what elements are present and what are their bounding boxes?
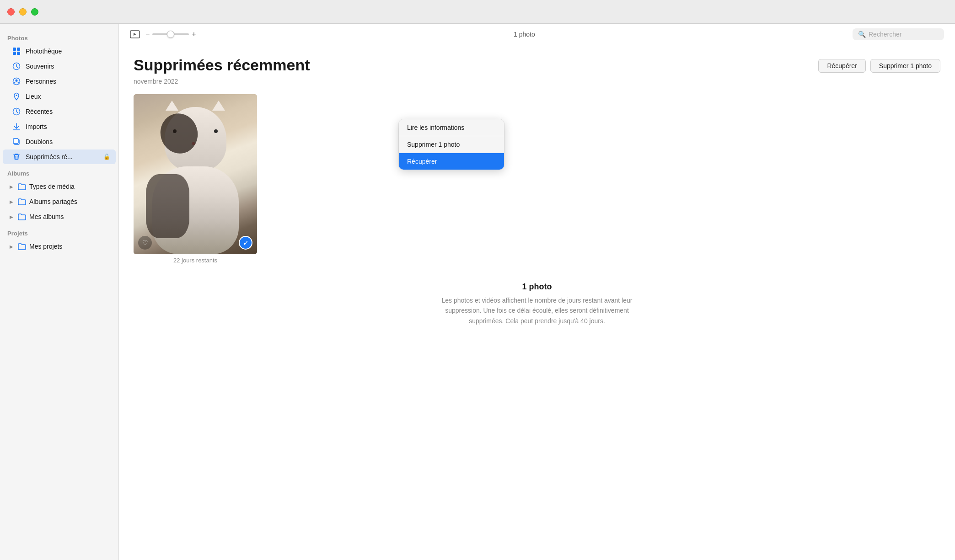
folder-icon-albums [17, 212, 27, 221]
sidebar-item-recentes[interactable]: Récentes [3, 104, 116, 119]
sidebar-group-albums-partages-label: Albums partagés [29, 198, 77, 205]
sidebar-item-doublons-label: Doublons [26, 138, 110, 145]
svg-rect-0 [13, 48, 16, 51]
zoom-slider[interactable] [152, 33, 189, 35]
sidebar-item-souvenirs[interactable]: Souvenirs [3, 59, 116, 74]
svg-rect-2 [13, 52, 16, 55]
search-input[interactable] [869, 31, 939, 38]
zoom-plus-button[interactable]: + [192, 30, 196, 38]
sidebar-group-types-label: Types de média [29, 183, 75, 190]
svg-point-6 [16, 80, 18, 82]
folder-icon-types [17, 182, 27, 191]
context-menu-item-delete[interactable]: Supprimer 1 photo [399, 136, 504, 153]
sidebar-item-doublons[interactable]: Doublons [3, 134, 116, 149]
heart-button[interactable]: ♡ [138, 236, 152, 250]
person-circle-icon [12, 77, 21, 86]
app-container: Photos Photothèque Souvenirs [0, 24, 955, 560]
close-button[interactable] [7, 8, 15, 16]
sidebar: Photos Photothèque Souvenirs [0, 24, 119, 560]
recover-button[interactable]: Récupérer [818, 59, 865, 73]
cat-photo-content [134, 94, 257, 254]
delete-button[interactable]: Supprimer 1 photo [870, 59, 940, 73]
context-menu-item-recover[interactable]: Récupérer [399, 153, 504, 170]
photo-count: 1 photo [202, 31, 847, 38]
photo-item[interactable]: ♡ ✓ 22 jours restants [134, 94, 257, 264]
sidebar-group-mes-projets-label: Mes projets [29, 243, 62, 250]
chevron-right-icon: ▶ [8, 183, 15, 190]
traffic-lights [7, 8, 38, 16]
sidebar-group-types-media[interactable]: ▶ Types de média [3, 179, 116, 194]
sidebar-item-recentes-label: Récentes [26, 108, 110, 115]
titlebar [0, 0, 955, 24]
main-content: − + 1 photo 🔍 Supprimées récemment Récup… [119, 24, 955, 560]
svg-rect-1 [17, 48, 20, 51]
lock-icon: 🔓 [103, 154, 110, 160]
minimize-button[interactable] [19, 8, 27, 16]
svg-rect-3 [17, 52, 20, 55]
chevron-right-icon-3: ▶ [8, 213, 15, 220]
search-icon: 🔍 [858, 31, 866, 38]
toolbar: − + 1 photo 🔍 [119, 24, 955, 45]
page-title: Supprimées récemment [134, 56, 310, 74]
clock-rotate-icon [12, 62, 21, 71]
sidebar-item-phototheque-label: Photothèque [26, 48, 110, 55]
sidebar-item-phototheque[interactable]: Photothèque [3, 44, 116, 59]
context-menu-item-info[interactable]: Lire les informations [399, 119, 504, 136]
content-area: Supprimées récemment Récupérer Supprimer… [119, 45, 955, 560]
photo-days-label: 22 jours restants [134, 257, 257, 264]
sidebar-group-mes-albums-label: Mes albums [29, 213, 64, 220]
slideshow-button[interactable] [130, 30, 140, 38]
sidebar-item-imports-label: Imports [26, 123, 110, 130]
page-title-text: Supprimées récemment [134, 56, 310, 74]
chevron-right-icon-2: ▶ [8, 198, 15, 205]
sidebar-item-supprimees-label: Supprimées ré... [26, 153, 99, 160]
folder-icon-projets [17, 242, 27, 251]
sidebar-item-supprimees[interactable]: Supprimées ré... 🔓 [3, 149, 116, 164]
photo-thumbnail: ♡ ✓ [134, 94, 257, 254]
maximize-button[interactable] [31, 8, 38, 16]
footer-count: 1 photo [145, 282, 929, 292]
sidebar-item-personnes[interactable]: Personnes [3, 74, 116, 89]
checkmark-badge: ✓ [239, 236, 252, 250]
photo-grid: ♡ ✓ 22 jours restants Lire les informati… [134, 94, 940, 264]
sidebar-section-projets: Projets [0, 224, 118, 239]
location-pin-icon [12, 92, 21, 101]
sidebar-group-mes-albums[interactable]: ▶ Mes albums [3, 209, 116, 224]
page-header: Supprimées récemment Récupérer Supprimer… [134, 56, 940, 74]
arrow-down-icon [12, 122, 21, 131]
svg-point-7 [16, 95, 17, 96]
context-menu: Lire les informations Supprimer 1 photo … [399, 119, 504, 170]
sidebar-section-photos: Photos [0, 29, 118, 43]
search-container: 🔍 [853, 28, 944, 40]
folder-shared-icon [17, 197, 27, 206]
sidebar-item-souvenirs-label: Souvenirs [26, 63, 110, 70]
footer-info: 1 photo Les photos et vidéos affichent l… [134, 264, 940, 337]
zoom-control: − + [145, 30, 196, 38]
trash-icon [12, 152, 21, 161]
photo-grid-icon [12, 47, 21, 56]
sidebar-section-albums: Albums [0, 165, 118, 179]
date-label: novembre 2022 [134, 78, 940, 85]
footer-description: Les photos et vidéos affichent le nombre… [432, 295, 642, 326]
sidebar-group-albums-partages[interactable]: ▶ Albums partagés [3, 194, 116, 209]
svg-rect-10 [13, 139, 18, 144]
square-stack-icon [12, 137, 21, 146]
header-buttons: Récupérer Supprimer 1 photo [818, 59, 940, 73]
sidebar-item-lieux-label: Lieux [26, 93, 110, 100]
chevron-right-icon-4: ▶ [8, 243, 15, 250]
sidebar-item-personnes-label: Personnes [26, 78, 110, 85]
clock-circle-icon [12, 107, 21, 116]
zoom-minus-button[interactable]: − [145, 30, 150, 38]
sidebar-item-imports[interactable]: Imports [3, 119, 116, 134]
sidebar-group-mes-projets[interactable]: ▶ Mes projets [3, 239, 116, 254]
sidebar-item-lieux[interactable]: Lieux [3, 89, 116, 104]
